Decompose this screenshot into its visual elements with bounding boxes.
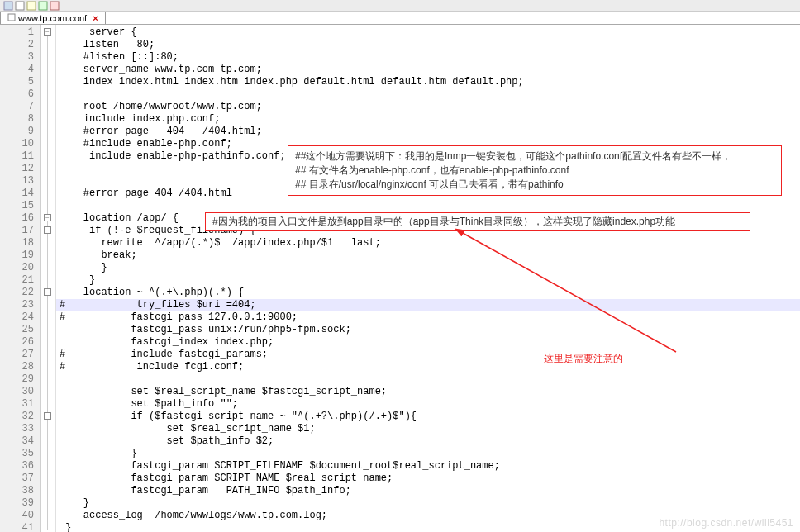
line-number: 30 bbox=[0, 386, 40, 398]
code-line: root /home/wwwroot/www.tp.com; bbox=[56, 101, 800, 113]
code-line: set $path_info ""; bbox=[56, 398, 800, 411]
line-number: 37 bbox=[0, 473, 40, 485]
code-line: break; bbox=[56, 249, 800, 262]
line-number: 9 bbox=[0, 126, 40, 138]
line-number: 20 bbox=[0, 262, 40, 274]
code-line: server { bbox=[56, 26, 800, 39]
callout-text: #因为我的项目入口文件是放到app目录中的（app目录与Think目录同级），这… bbox=[212, 216, 675, 227]
tab-bar: www.tp.com.conf × bbox=[0, 12, 800, 25]
tab-label: www.tp.com.conf bbox=[18, 13, 87, 23]
annotation-callout-location: #因为我的项目入口文件是放到app目录中的（app目录与Think目录同级），这… bbox=[205, 212, 750, 231]
callout-line: ## 目录在/usr/local/nginx/conf 可以自己去看看，带有pa… bbox=[295, 178, 774, 192]
line-number: 36 bbox=[0, 460, 40, 473]
close-icon[interactable]: × bbox=[93, 13, 98, 23]
toolbar-icon[interactable] bbox=[50, 1, 60, 11]
fold-toggle-icon[interactable]: − bbox=[44, 28, 51, 36]
code-line: } bbox=[56, 497, 800, 510]
code-line: if ($fastcgi_script_name ~ "^(.+?\.php)(… bbox=[56, 411, 800, 423]
line-number: 35 bbox=[0, 448, 40, 460]
line-number: 6 bbox=[0, 88, 40, 101]
file-icon bbox=[7, 13, 16, 23]
line-number: 19 bbox=[0, 249, 40, 262]
line-number: 13 bbox=[0, 175, 40, 188]
line-number: 3 bbox=[0, 51, 40, 64]
fold-line bbox=[47, 36, 48, 530]
code-line: } bbox=[56, 262, 800, 274]
line-number: 21 bbox=[0, 274, 40, 287]
code-area[interactable]: server { listen 80; #listen [::]:80; ser… bbox=[56, 25, 800, 532]
line-number: 31 bbox=[0, 398, 40, 411]
line-number: 7 bbox=[0, 101, 40, 113]
line-number: 15 bbox=[0, 200, 40, 212]
toolbar-icon[interactable] bbox=[38, 1, 48, 11]
fold-gutter: − − − − − bbox=[41, 25, 56, 532]
code-line: fastcgi_pass unix:/run/php5-fpm.sock; bbox=[56, 324, 800, 336]
line-number: 29 bbox=[0, 373, 40, 386]
code-line: location ~ ^(.+\.php)(.*) { bbox=[56, 287, 800, 299]
code-line bbox=[56, 88, 800, 101]
code-line bbox=[56, 373, 800, 386]
line-number: 8 bbox=[0, 113, 40, 126]
toolbar bbox=[0, 0, 800, 12]
annotation-note: 这里是需要注意的 bbox=[544, 352, 623, 366]
line-number: 26 bbox=[0, 336, 40, 349]
line-number: 11 bbox=[0, 150, 40, 163]
line-number: 28 bbox=[0, 361, 40, 373]
fold-toggle-icon[interactable]: − bbox=[44, 412, 51, 420]
code-line: set $real_script_name $1; bbox=[56, 423, 800, 435]
code-line: rewrite ^/app/(.*)$ /app/index.php/$1 la… bbox=[56, 237, 800, 249]
code-line: # include fastcgi_params; bbox=[56, 349, 800, 361]
line-number: 14 bbox=[0, 188, 40, 200]
svg-rect-5 bbox=[8, 14, 15, 21]
line-number: 5 bbox=[0, 76, 40, 88]
code-line: # include fcgi.conf; bbox=[56, 361, 800, 373]
line-number: 41 bbox=[0, 522, 40, 532]
code-line: #listen [::]:80; bbox=[56, 51, 800, 64]
code-line: index index.html index.htm index.php def… bbox=[56, 76, 800, 88]
code-line: listen 80; bbox=[56, 39, 800, 51]
line-number: 1 bbox=[0, 26, 40, 39]
code-line: fastcgi_param PATH_INFO $path_info; bbox=[56, 485, 800, 497]
watermark: http://blog.csdn.net/will5451 bbox=[659, 517, 793, 529]
code-line: fastcgi_index index.php; bbox=[56, 336, 800, 349]
svg-rect-0 bbox=[4, 2, 12, 10]
code-line: set $real_script_name $fastcgi_script_na… bbox=[56, 386, 800, 398]
tab-config-file[interactable]: www.tp.com.conf × bbox=[0, 12, 106, 24]
callout-line: ##这个地方需要说明下：我用的是lnmp一键安装包，可能这个pathinfo.c… bbox=[295, 150, 774, 164]
code-line: server_name www.tp.com tp.com; bbox=[56, 64, 800, 76]
code-line: set $path_info $2; bbox=[56, 435, 800, 448]
callout-line: ## 有文件名为enable-php.conf，也有enable-php-pat… bbox=[295, 164, 774, 178]
code-editor[interactable]: 1234567891011121314151617181920212223242… bbox=[0, 25, 800, 532]
line-number: 4 bbox=[0, 64, 40, 76]
line-number: 25 bbox=[0, 324, 40, 336]
line-number: 23 bbox=[0, 299, 40, 311]
line-number: 16 bbox=[0, 212, 40, 225]
code-line: #error_page 404 /404.html; bbox=[56, 126, 800, 138]
toolbar-icon[interactable] bbox=[15, 1, 25, 11]
line-number: 38 bbox=[0, 485, 40, 497]
fold-toggle-icon[interactable]: − bbox=[44, 288, 51, 296]
line-number: 18 bbox=[0, 237, 40, 249]
line-number: 2 bbox=[0, 39, 40, 51]
svg-rect-3 bbox=[39, 2, 47, 10]
code-line: # fastcgi_pass 127.0.0.1:9000; bbox=[56, 311, 800, 324]
code-line-highlighted: # try_files $uri =404; bbox=[56, 299, 800, 311]
line-number: 33 bbox=[0, 423, 40, 435]
line-number: 39 bbox=[0, 497, 40, 510]
code-line: } bbox=[56, 274, 800, 287]
svg-rect-2 bbox=[27, 2, 36, 10]
fold-toggle-icon[interactable]: − bbox=[44, 226, 51, 234]
line-number: 27 bbox=[0, 349, 40, 361]
line-number: 24 bbox=[0, 311, 40, 324]
toolbar-icon[interactable] bbox=[3, 1, 13, 11]
annotation-callout-pathinfo: ##这个地方需要说明下：我用的是lnmp一键安装包，可能这个pathinfo.c… bbox=[288, 145, 782, 196]
line-number: 34 bbox=[0, 435, 40, 448]
svg-rect-1 bbox=[16, 2, 24, 10]
line-number: 12 bbox=[0, 163, 40, 175]
code-line: include index.php.conf; bbox=[56, 113, 800, 126]
line-number: 17 bbox=[0, 225, 40, 237]
toolbar-icon[interactable] bbox=[26, 1, 36, 11]
fold-toggle-icon[interactable]: − bbox=[44, 214, 51, 221]
line-number: 32 bbox=[0, 411, 40, 423]
line-number: 22 bbox=[0, 287, 40, 299]
